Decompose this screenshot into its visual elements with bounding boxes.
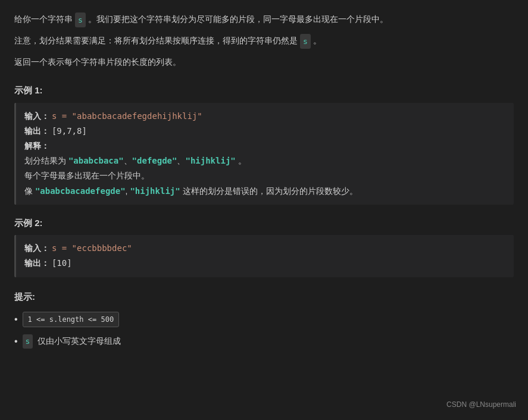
- desc-line2-post: 。: [313, 36, 321, 45]
- tip-item-1: • 1 <= s.length <= 500: [14, 311, 514, 327]
- tips-title: 提示:: [14, 289, 514, 305]
- tip-item-2: • s 仅由小写英文字母组成: [14, 333, 514, 349]
- example2-input-label: 输入：: [24, 243, 49, 253]
- desc-line1: 给你一个字符串 s 。我们要把这个字符串划分为尽可能多的片段，同一字母最多出现在…: [14, 12, 514, 27]
- example2-section: 示例 2: 输入： s = "eccbbbbdec" 输出： [10]: [14, 215, 514, 277]
- tip-text-2: 仅由小写英文字母组成: [38, 334, 121, 349]
- example1-explain-text2: 每个字母最多出现在一个片段中。: [24, 168, 505, 183]
- example1-block: 输入： s = "ababcbacadefegdehijhklij" 输出： […: [14, 103, 514, 205]
- bullet-dot-2: •: [14, 333, 18, 349]
- s-inline-1: s: [75, 12, 86, 27]
- s-inline-2: s: [300, 34, 311, 49]
- example2-output-value: [10]: [52, 258, 72, 268]
- description-block: 给你一个字符串 s 。我们要把这个字符串划分为尽可能多的片段，同一字母最多出现在…: [14, 12, 514, 27]
- example1-input-line: 输入： s = "ababcbacadefegdehijhklij": [24, 109, 505, 124]
- desc-line3-block: 返回一个表示每个字符串片段的长度的列表。: [14, 55, 514, 70]
- example1-explain-label: 解释：: [24, 141, 49, 151]
- desc-line2-block: 注意，划分结果需要满足：将所有划分结果按顺序连接，得到的字符串仍然是 s 。: [14, 33, 514, 49]
- desc-line1-post: 。我们要把这个字符串划分为尽可能多的片段，同一字母最多出现在一个片段中。: [88, 14, 388, 24]
- desc-line2: 注意，划分结果需要满足：将所有划分结果按顺序连接，得到的字符串仍然是 s 。: [14, 33, 514, 49]
- constraint-badge-1: 1 <= s.length <= 500: [23, 312, 120, 327]
- example2-input-line: 输入： s = "eccbbbbdec": [24, 241, 505, 256]
- example1-title: 示例 1:: [14, 83, 514, 98]
- example1-input-label: 输入：: [24, 111, 49, 121]
- s-badge-tip: s: [23, 334, 33, 349]
- example2-input-value: s = "eccbbbbdec": [52, 243, 132, 253]
- example2-title: 示例 2:: [14, 215, 514, 231]
- example1-output-line: 输出： [9,7,8]: [24, 124, 505, 139]
- example1-explain-line: 解释：: [24, 139, 505, 153]
- desc-line3: 返回一个表示每个字符串片段的长度的列表。: [14, 55, 514, 70]
- example2-output-label: 输出：: [24, 258, 49, 268]
- example1-output-label: 输出：: [24, 126, 49, 136]
- desc-line2-pre: 注意，划分结果需要满足：将所有划分结果按顺序连接，得到的字符串仍然是: [14, 36, 298, 45]
- example2-output-line: 输出： [10]: [24, 256, 505, 271]
- example2-block: 输入： s = "eccbbbbdec" 输出： [10]: [14, 235, 514, 277]
- watermark: CSDN @LNsupermali: [446, 399, 516, 410]
- example1-explain-text3: 像 "ababcbacadefegde", "hijhklij" 这样的划分是错…: [24, 184, 505, 199]
- bullet-dot-1: •: [14, 311, 18, 327]
- tips-list: • 1 <= s.length <= 500 • s 仅由小写英文字母组成: [14, 311, 514, 349]
- example1-explain-text1: 划分结果为 "ababcbaca"、"defegde"、"hijhklij" 。: [24, 153, 505, 168]
- tips-section: 提示: • 1 <= s.length <= 500 • s 仅由小写英文字母组…: [14, 289, 514, 350]
- example1-input-value: s = "ababcbacadefegdehijhklij": [52, 111, 202, 121]
- desc-line1-pre: 给你一个字符串: [14, 14, 73, 24]
- example1-output-value: [9,7,8]: [52, 126, 87, 136]
- example1-section: 示例 1: 输入： s = "ababcbacadefegdehijhklij"…: [14, 83, 514, 205]
